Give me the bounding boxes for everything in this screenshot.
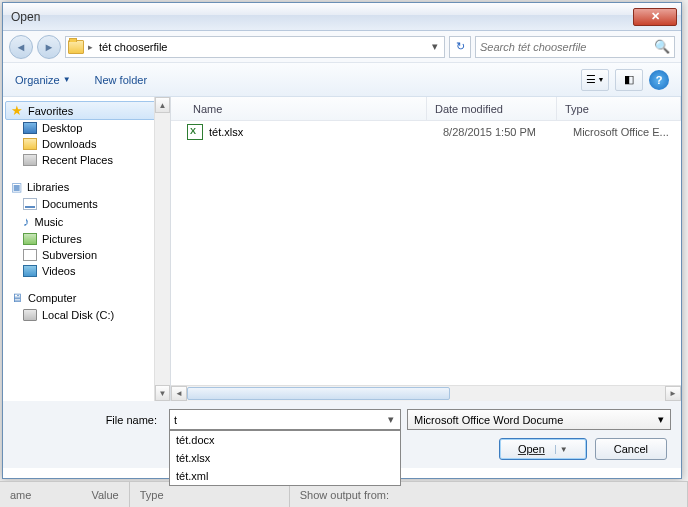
help-icon: ? <box>656 74 663 86</box>
chevron-down-icon: ▾ <box>658 413 664 426</box>
sidebar-item-desktop[interactable]: Desktop <box>5 120 168 136</box>
back-button[interactable]: ◄ <box>9 35 33 59</box>
forward-icon: ► <box>44 41 55 53</box>
subversion-icon <box>23 249 37 261</box>
column-headers: Name Date modified Type <box>171 97 681 121</box>
search-input[interactable] <box>480 41 654 53</box>
help-button[interactable]: ? <box>649 70 669 90</box>
chevron-right-icon: ▸ <box>88 42 93 52</box>
filename-label: File name: <box>13 414 163 426</box>
music-icon: ♪ <box>23 214 30 229</box>
open-dialog: Open ✕ ◄ ► ▸ tét chooserfile ▾ ↻ 🔍 Organ… <box>2 2 682 479</box>
scroll-thumb[interactable] <box>187 387 450 400</box>
disk-icon <box>23 309 37 321</box>
view-button[interactable]: ☰▼ <box>581 69 609 91</box>
scroll-right-icon[interactable]: ► <box>665 386 681 401</box>
search-icon[interactable]: 🔍 <box>654 39 670 54</box>
sidebar-libraries[interactable]: ▣Libraries <box>5 178 168 196</box>
open-button[interactable]: Open ▼ <box>499 438 587 460</box>
nav-tree: ★ Favorites Desktop Downloads Recent Pla… <box>3 97 170 337</box>
file-type-cell: Microsoft Office E... <box>565 126 681 138</box>
filetype-filter[interactable]: Microsoft Office Word Docume ▾ <box>407 409 671 430</box>
close-button[interactable]: ✕ <box>633 8 677 26</box>
cancel-button[interactable]: Cancel <box>595 438 667 460</box>
horizontal-scrollbar[interactable]: ◄ ► <box>171 385 681 401</box>
sidebar-item-recent[interactable]: Recent Places <box>5 152 168 168</box>
documents-icon <box>23 198 37 210</box>
open-split-dropdown[interactable]: ▼ <box>555 445 568 454</box>
file-name-cell: tét.xlsx <box>179 124 435 140</box>
sidebar-item-pictures[interactable]: Pictures <box>5 231 168 247</box>
refresh-button[interactable]: ↻ <box>449 36 471 58</box>
favorites-group: ★ Favorites Desktop Downloads Recent Pla… <box>5 101 168 168</box>
chevron-down-icon: ▼ <box>598 76 605 83</box>
file-date-cell: 8/28/2015 1:50 PM <box>435 126 565 138</box>
filename-dropdown[interactable]: ▾ <box>386 413 396 426</box>
close-icon: ✕ <box>651 10 660 23</box>
sidebar-scrollbar[interactable]: ▲ ▼ <box>154 97 170 401</box>
desktop-icon <box>23 122 37 134</box>
sidebar-item-videos[interactable]: Videos <box>5 263 168 279</box>
nav-row: ◄ ► ▸ tét chooserfile ▾ ↻ 🔍 <box>3 31 681 63</box>
computer-icon: 🖥 <box>11 291 23 305</box>
file-list: Name Date modified Type tét.xlsx 8/28/20… <box>171 97 681 401</box>
scroll-left-icon[interactable]: ◄ <box>171 386 187 401</box>
column-type[interactable]: Type <box>557 97 681 120</box>
sidebar-computer[interactable]: 🖥Computer <box>5 289 168 307</box>
toolbar: Organize ▼ New folder ☰▼ ◧ ? <box>3 63 681 97</box>
autocomplete-item[interactable]: tét.docx <box>170 431 400 449</box>
sidebar-favorites[interactable]: ★ Favorites <box>5 101 168 120</box>
scroll-down-icon[interactable]: ▼ <box>155 385 170 401</box>
forward-button[interactable]: ► <box>37 35 61 59</box>
autocomplete-item[interactable]: tét.xml <box>170 467 400 485</box>
toolbar-right: ☰▼ ◧ ? <box>581 69 669 91</box>
titlebar: Open ✕ <box>3 3 681 31</box>
scroll-up-icon[interactable]: ▲ <box>155 97 170 113</box>
recent-icon <box>23 154 37 166</box>
breadcrumb[interactable]: tét chooserfile <box>97 41 169 53</box>
new-folder-button[interactable]: New folder <box>95 74 148 86</box>
refresh-icon: ↻ <box>456 40 465 53</box>
view-icon: ☰ <box>586 73 596 86</box>
filename-row: File name: ▾ tét.docx tét.xlsx tét.xml M… <box>13 409 671 430</box>
computer-group: 🖥Computer Local Disk (C:) <box>5 289 168 323</box>
folder-icon <box>68 40 84 54</box>
libraries-group: ▣Libraries Documents ♪Music Pictures Sub… <box>5 178 168 279</box>
videos-icon <box>23 265 37 277</box>
scroll-track[interactable] <box>187 386 665 401</box>
downloads-icon <box>23 138 37 150</box>
dialog-footer: File name: ▾ tét.docx tét.xlsx tét.xml M… <box>3 401 681 468</box>
address-dropdown[interactable]: ▾ <box>428 40 442 53</box>
sidebar-item-localdisk[interactable]: Local Disk (C:) <box>5 307 168 323</box>
sidebar-item-downloads[interactable]: Downloads <box>5 136 168 152</box>
search-box[interactable]: 🔍 <box>475 36 675 58</box>
organize-button[interactable]: Organize ▼ <box>15 74 71 86</box>
filename-combo[interactable]: ▾ tét.docx tét.xlsx tét.xml <box>169 409 401 430</box>
panel-locals[interactable]: ameValue <box>0 482 130 507</box>
address-bar[interactable]: ▸ tét chooserfile ▾ <box>65 36 445 58</box>
preview-icon: ◧ <box>624 73 634 86</box>
file-row[interactable]: tét.xlsx 8/28/2015 1:50 PM Microsoft Off… <box>171 121 681 143</box>
xlsx-icon <box>187 124 203 140</box>
sidebar: ★ Favorites Desktop Downloads Recent Pla… <box>3 97 171 401</box>
libraries-icon: ▣ <box>11 180 22 194</box>
autocomplete-list: tét.docx tét.xlsx tét.xml <box>169 430 401 486</box>
filename-input[interactable] <box>174 414 386 426</box>
chevron-down-icon: ▼ <box>63 75 71 84</box>
pictures-icon <box>23 233 37 245</box>
dialog-body: ★ Favorites Desktop Downloads Recent Pla… <box>3 97 681 401</box>
preview-button[interactable]: ◧ <box>615 69 643 91</box>
sidebar-item-documents[interactable]: Documents <box>5 196 168 212</box>
back-icon: ◄ <box>16 41 27 53</box>
autocomplete-item[interactable]: tét.xlsx <box>170 449 400 467</box>
star-icon: ★ <box>11 103 23 118</box>
sidebar-item-subversion[interactable]: Subversion <box>5 247 168 263</box>
column-name[interactable]: Name <box>171 97 427 120</box>
dialog-title: Open <box>11 10 633 24</box>
sidebar-item-music[interactable]: ♪Music <box>5 212 168 231</box>
column-date[interactable]: Date modified <box>427 97 557 120</box>
